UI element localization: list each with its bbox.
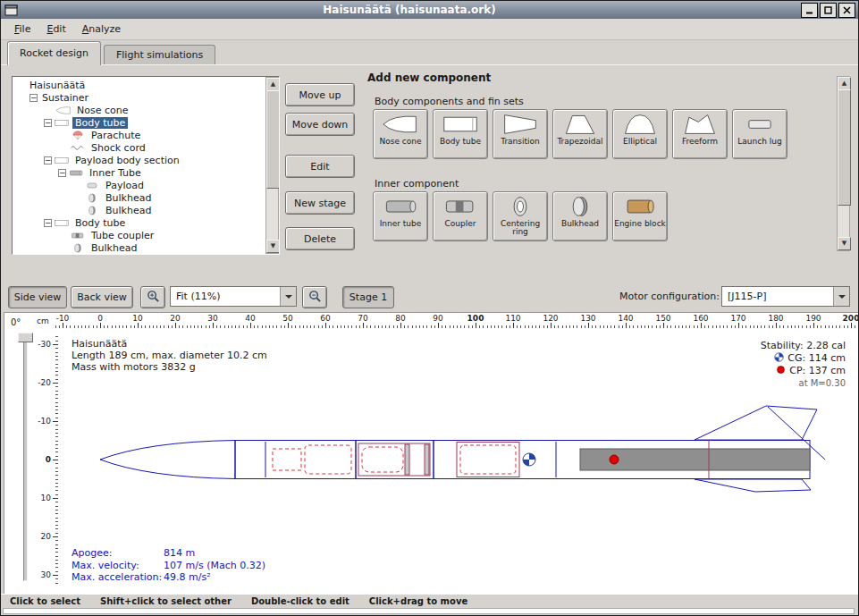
rotation-slider[interactable] — [23, 334, 28, 581]
stage-1-toggle[interactable]: Stage 1 — [342, 286, 394, 308]
add-bulkhead-button[interactable]: Bulkhead — [552, 191, 608, 241]
add-inner-tube-button[interactable]: Inner tube — [373, 191, 428, 241]
scroll-up-icon[interactable] — [838, 77, 851, 90]
scroll-down-icon[interactable] — [266, 240, 280, 253]
ruler-label: -20 — [38, 378, 51, 387]
chevron-down-icon[interactable] — [280, 287, 296, 306]
tree-item-bulkhead[interactable]: Bulkhead — [13, 241, 265, 254]
ruler-tick — [528, 325, 529, 328]
add-panel-scrollbar[interactable] — [837, 76, 850, 251]
ruler-tick — [663, 323, 664, 328]
bodytube-icon — [54, 156, 70, 165]
tree-expander-spacer — [44, 106, 54, 114]
tree-item-shock-cord[interactable]: Shock cord — [13, 141, 265, 154]
add-coupler-button[interactable]: Coupler — [433, 191, 488, 241]
ruler-tick — [708, 325, 709, 328]
result-label: Max. acceleration: — [72, 571, 164, 584]
app-window: Haisunäätä (haisunaata.ork) File Edit An… — [0, 0, 859, 616]
ruler-tick — [164, 325, 164, 328]
add-panel-scrollbar-thumb[interactable] — [838, 89, 851, 206]
add-centering-ring-button[interactable]: Centering ring — [493, 191, 548, 241]
new-stage-button[interactable]: New stage — [285, 191, 355, 215]
tree-item-bulkhead[interactable]: Bulkhead — [13, 204, 265, 216]
back-view-button[interactable]: Back view — [71, 286, 133, 308]
edit-button[interactable]: Edit — [285, 155, 355, 178]
zoom-select[interactable]: Fit (11%) — [170, 286, 297, 307]
move-down-button[interactable]: Move down — [285, 113, 355, 136]
ruler-tick — [757, 325, 758, 328]
component-button-label: Freeform — [674, 138, 726, 146]
zoom-in-icon — [147, 290, 160, 306]
ruler-tick — [389, 325, 390, 328]
side-view-button[interactable]: Side view — [8, 286, 67, 308]
ruler-tick — [450, 325, 451, 328]
ruler-tick — [307, 325, 307, 328]
add-freeform-button[interactable]: Freeform — [672, 109, 728, 159]
tree-expander-icon[interactable]: − — [44, 156, 52, 165]
tree-item-payload[interactable]: Payload — [13, 179, 265, 191]
window-titlebar[interactable]: Haisunäätä (haisunaata.ork) — [1, 1, 858, 19]
tree-item-nose-cone[interactable]: Nose cone — [13, 104, 265, 116]
add-nose-cone-button[interactable]: Nose cone — [373, 109, 428, 159]
tree-item-tube-coupler[interactable]: Tube coupler — [13, 229, 265, 241]
ruler-tick — [821, 325, 821, 328]
rocket-dimensions: Length 189 cm, max. diameter 10.2 cm — [72, 350, 267, 361]
tree-item-body-tube[interactable]: −Body tube — [13, 216, 265, 229]
zoom-in-button[interactable] — [140, 286, 165, 308]
statusbar-hint: Click+drag to move — [369, 596, 467, 606]
tree-item-sustainer[interactable]: −Sustainer — [13, 91, 265, 104]
inner-tube-outline — [358, 443, 430, 476]
ruler-tick — [637, 325, 638, 328]
zoom-out-button[interactable] — [302, 286, 327, 308]
add-elliptical-button[interactable]: Elliptical — [612, 109, 668, 159]
ruler-tick — [104, 325, 105, 328]
stability-value: Stability: 2.28 cal — [761, 340, 846, 352]
ruler-tick — [764, 325, 765, 328]
minimize-button[interactable] — [801, 3, 818, 18]
tree-item-payload-body-section[interactable]: −Payload body section — [13, 154, 265, 166]
tree-scrollbar[interactable] — [265, 77, 279, 254]
tree-item-body-tube[interactable]: −Body tube — [13, 116, 265, 129]
chevron-down-icon[interactable] — [833, 287, 849, 306]
maximize-button[interactable] — [820, 3, 837, 18]
add-component-panel: Add new component Body components and fi… — [360, 69, 850, 258]
motor-configuration-select[interactable]: [J115-P] — [721, 286, 850, 307]
scroll-down-icon[interactable] — [838, 237, 851, 250]
ruler-tick — [510, 325, 510, 328]
tree-expander-icon[interactable]: − — [44, 219, 52, 227]
ruler-tick — [626, 323, 627, 328]
add-engine-block-button[interactable]: Engine block — [612, 191, 668, 241]
tree-item-parachute[interactable]: Parachute — [13, 129, 265, 141]
ruler-tick — [299, 325, 300, 328]
ruler-tick — [795, 325, 796, 328]
close-button[interactable] — [838, 3, 855, 18]
add-trapezoidal-button[interactable]: Trapezoidal — [552, 109, 608, 159]
move-up-button[interactable]: Move up — [285, 83, 355, 106]
window-menu-icon[interactable] — [4, 4, 18, 16]
tree-item-inner-tube[interactable]: −Inner Tube — [13, 166, 265, 179]
tab-flight-simulations[interactable]: Flight simulations — [104, 45, 215, 64]
component-button-label: Body tube — [434, 138, 486, 146]
ruler-tick — [138, 323, 139, 328]
menu-file[interactable]: File — [6, 21, 38, 38]
ruler-tick — [558, 325, 559, 328]
add-transition-button[interactable]: Transition — [493, 109, 548, 159]
tree-expander-spacer — [58, 244, 68, 252]
ruler-tick — [494, 325, 495, 328]
menu-analyze[interactable]: Analyze — [74, 21, 129, 38]
ruler-tick — [566, 325, 567, 328]
add-launch-lug-button[interactable]: Launch lug — [732, 109, 787, 159]
tree-expander-icon[interactable]: − — [44, 119, 52, 127]
tree-item-bulkhead[interactable]: Bulkhead — [13, 191, 265, 204]
scroll-up-icon[interactable] — [266, 78, 280, 91]
delete-button[interactable]: Delete — [285, 227, 355, 250]
tree-expander-icon[interactable]: − — [29, 94, 38, 102]
menu-edit[interactable]: Edit — [38, 21, 73, 38]
ruler-tick — [366, 325, 367, 328]
tab-rocket-design[interactable]: Rocket design — [7, 41, 101, 65]
tree-scrollbar-thumb[interactable] — [266, 90, 280, 189]
add-body-tube-button[interactable]: Body tube — [433, 109, 488, 159]
ruler-tick — [476, 323, 476, 328]
tree-expander-icon[interactable]: − — [58, 169, 66, 177]
tree-item-haisunaata[interactable]: Haisunäätä — [13, 79, 265, 91]
